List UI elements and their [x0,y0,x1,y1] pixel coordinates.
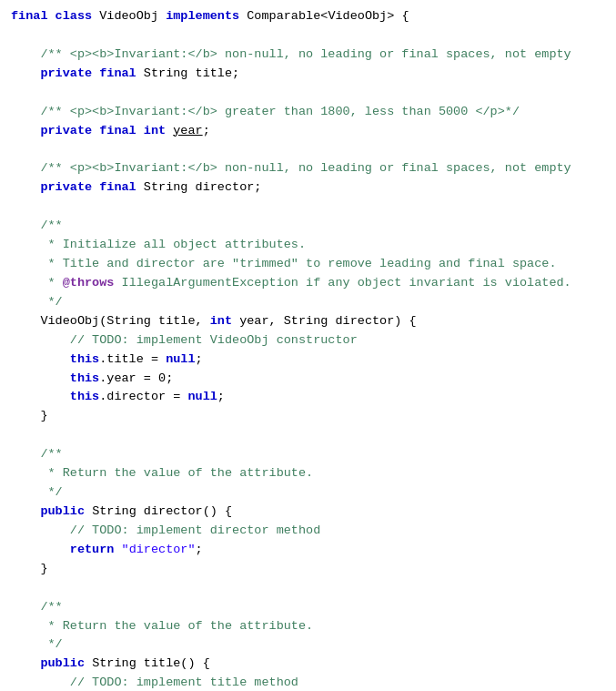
code-line: // TODO: implement title method [0,674,616,691]
code-line: private final int year; [0,122,616,141]
code-line: private final String title; [0,65,616,84]
code-line: */ [0,635,616,655]
code-line: * Title and director are "trimmed" to re… [0,255,616,274]
code-line: /** [0,445,616,464]
code-line: * @throws IllegalArgumentException if an… [0,274,616,293]
code-line [0,579,616,598]
code-line [0,84,616,103]
code-line [0,26,616,46]
code-line: private final String director; [0,178,616,198]
code-line: /** [0,598,616,617]
code-line [0,140,616,159]
code-line: * Return the value of the attribute. [0,617,616,636]
code-line: */ [0,293,616,312]
code-line: */ [0,483,616,503]
code-line: /** [0,217,616,236]
code-line: /** <p><b>Invariant:</b> non-null, no le… [0,46,616,65]
code-line [0,198,616,217]
code-line: VideoObj(String title, int year, String … [0,312,616,331]
code-line: // TODO: implement VideoObj constructor [0,331,616,351]
code-line: this.director = null; [0,388,616,407]
code-line: } [0,560,616,579]
code-line [0,426,616,445]
code-line: return "director"; [0,541,616,560]
code-editor: final class VideoObj implements Comparab… [0,0,616,691]
code-line: /** <p><b>Invariant:</b> non-null, no le… [0,159,616,178]
code-line: * Return the value of the attribute. [0,464,616,483]
code-line: public String director() { [0,503,616,522]
code-line: this.year = 0; [0,370,616,389]
code-line: } [0,407,616,426]
code-line: public String title() { [0,655,616,674]
code-line: * Initialize all object attributes. [0,236,616,255]
code-line: /** <p><b>Invariant:</b> greater than 18… [0,103,616,122]
code-line: final class VideoObj implements Comparab… [0,7,616,26]
code-line: this.title = null; [0,351,616,370]
code-line: // TODO: implement director method [0,522,616,541]
